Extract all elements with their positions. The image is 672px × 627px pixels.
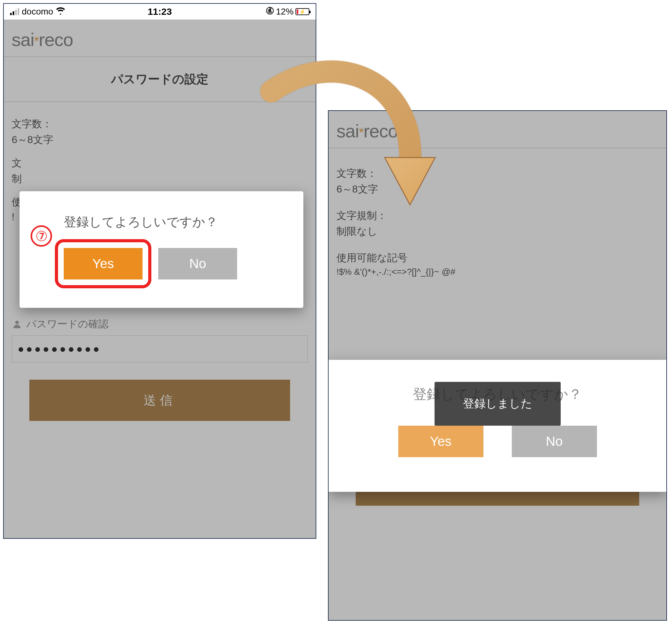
symbols-value: !$% &'()*+,-./:;<=>?[]^_{|}~ @# — [336, 267, 658, 277]
confirm-dialog: ⑦ 登録してよろしいですか？ Yes No — [20, 191, 303, 308]
success-toast: 登録しました — [435, 382, 561, 426]
confirm-dialog-title: 登録してよろしいですか？ — [64, 213, 284, 231]
phone-screenshot-left: docomo 11:23 12% ⚡ sai*reco パスワードの設定 文字数… — [3, 3, 316, 539]
svg-marker-0 — [385, 157, 435, 205]
confirm-dialog: 登録してよろしいですか？ Yes No — [329, 360, 666, 492]
step-number-badge: ⑦ — [30, 225, 52, 247]
no-button[interactable]: No — [512, 426, 597, 457]
symbols-label: 使用可能な記号 — [336, 251, 658, 265]
yes-button[interactable]: Yes — [398, 426, 483, 457]
yes-button[interactable]: Yes — [64, 248, 143, 279]
no-button[interactable]: No — [158, 248, 237, 279]
